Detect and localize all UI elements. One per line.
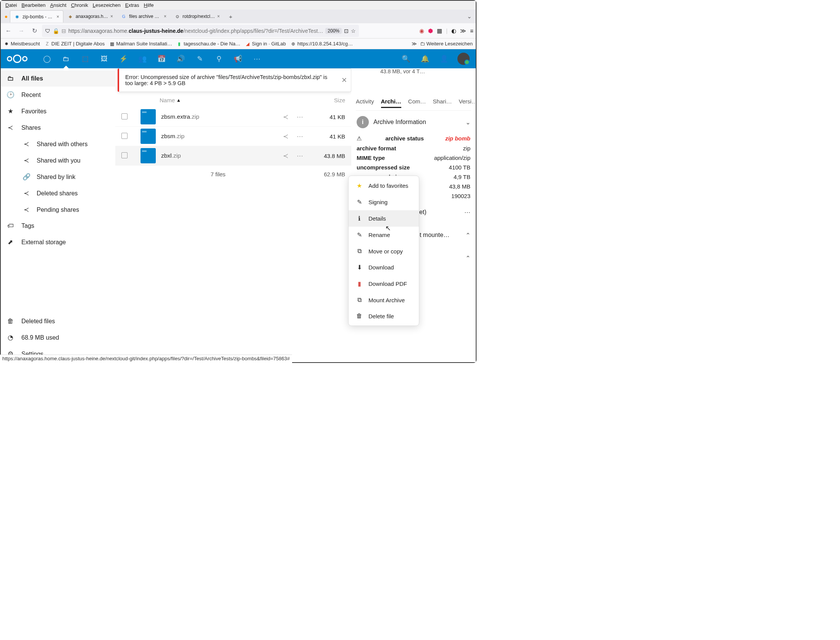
share-icon[interactable]: ≺ bbox=[283, 152, 288, 160]
file-row[interactable]: zbsm.extra.zip≺⋯41 KB bbox=[115, 107, 351, 127]
more-bookmarks[interactable]: ≫ 🗀Weitere Lesezeichen bbox=[412, 41, 473, 47]
app-calendar-icon[interactable]: 📅 bbox=[152, 49, 171, 68]
sidebar-item-recent[interactable]: 🕑Recent bbox=[1, 87, 115, 103]
ctx-download[interactable]: ⬇Download bbox=[349, 259, 419, 276]
tab-2[interactable]: G files archive ne… × bbox=[117, 10, 170, 23]
sidebar-item-deleted-shares[interactable]: ≺Deleted shares bbox=[1, 185, 115, 202]
tab-3[interactable]: ⊙ rotdrop/nextcl… × bbox=[170, 10, 224, 23]
app-maps-icon[interactable]: ⚲ bbox=[209, 49, 228, 68]
bookmark-4[interactable]: ◢Sign in · GitLab bbox=[245, 41, 286, 47]
menu-ansicht[interactable]: Ansicht bbox=[48, 2, 68, 9]
share-icon[interactable]: ≺ bbox=[283, 132, 288, 140]
detail-tab-1[interactable]: Archi… bbox=[381, 96, 401, 108]
sidebar-item-shared-with-others[interactable]: ≺Shared with others bbox=[1, 136, 115, 152]
section-archive-info[interactable]: i Archive Information ⌄ bbox=[356, 111, 471, 134]
url-bar[interactable]: 🛡 🔒 ⊟ https://anaxagoras.home.claus-just… bbox=[42, 25, 359, 37]
ctx-download-pdf[interactable]: ▮Download PDF bbox=[349, 276, 419, 292]
tab-0[interactable]: ◉ zip-bombs - Fil… × bbox=[10, 10, 63, 23]
tab-close-3[interactable]: × bbox=[217, 14, 220, 19]
bookmark-3[interactable]: ▮tagesschau.de - Die Na… bbox=[177, 41, 241, 47]
ctx-details[interactable]: ℹDetails bbox=[349, 210, 419, 227]
ctx-delete-file[interactable]: 🗑Delete file bbox=[349, 308, 419, 324]
file-name[interactable]: zbxl.zip bbox=[161, 152, 261, 159]
sidebar-item-shared-with-you[interactable]: ≺Shared with you bbox=[1, 152, 115, 169]
sidebar-item-tags[interactable]: 🏷Tags bbox=[1, 218, 115, 234]
ctx-mount-archive[interactable]: ⧉Mount Archive bbox=[349, 292, 419, 308]
contacts-menu-icon[interactable]: 👤 bbox=[435, 49, 454, 68]
sidebar-bottom-68.9-mb-used[interactable]: ◔68.9 MB used bbox=[1, 329, 115, 346]
file-row[interactable]: zbxl.zip≺⋯43.8 MB bbox=[115, 146, 351, 166]
app-files-icon[interactable]: 🗀 bbox=[57, 49, 76, 68]
ctx-signing[interactable]: ✎Signing bbox=[349, 194, 419, 210]
notifications-icon[interactable]: 🔔 bbox=[415, 49, 435, 68]
app-announce-icon[interactable]: 📢 bbox=[228, 49, 247, 68]
menu-bearbeiten[interactable]: Bearbeiten bbox=[20, 2, 47, 9]
menu-chronik[interactable]: Chronik bbox=[69, 2, 90, 9]
sidebar-item-all-files[interactable]: 🗀All files bbox=[1, 71, 115, 87]
header-name[interactable]: Name ▴ bbox=[141, 97, 303, 103]
tab-close-2[interactable]: × bbox=[164, 14, 166, 19]
zoom-badge[interactable]: 200% bbox=[325, 28, 342, 34]
row-checkbox[interactable] bbox=[121, 113, 128, 119]
menu-extras[interactable]: Extras bbox=[124, 2, 141, 9]
detail-tab-3[interactable]: Shari… bbox=[433, 96, 452, 108]
ctx-rename[interactable]: ✎Rename bbox=[349, 227, 419, 243]
ext-icon-3[interactable]: ▦ bbox=[437, 27, 442, 34]
menu-datei[interactable]: Datei bbox=[4, 2, 18, 9]
header-size[interactable]: Size bbox=[303, 97, 345, 103]
app-photos-icon[interactable]: 🖼 bbox=[95, 49, 114, 68]
sidebar-item-pending-shares[interactable]: ≺Pending shares bbox=[1, 202, 115, 218]
sidebar-bottom-deleted-files[interactable]: 🗑Deleted files bbox=[1, 313, 115, 329]
detail-tab-4[interactable]: Versi… bbox=[459, 96, 476, 108]
overflow-menu-icon[interactable]: ≫ bbox=[460, 27, 466, 34]
share-icon[interactable]: ≺ bbox=[283, 113, 288, 121]
app-contacts-icon[interactable]: 👥 bbox=[133, 49, 152, 68]
new-tab-button[interactable]: + bbox=[226, 12, 236, 21]
ext-icon-2[interactable]: ⬢ bbox=[428, 27, 433, 34]
app-archive-icon[interactable]: ⬚ bbox=[76, 49, 95, 68]
sidebar-item-shares[interactable]: ≺Shares bbox=[1, 119, 115, 136]
menu-hilfe[interactable]: Hilfe bbox=[142, 2, 155, 9]
app-dashboard-icon[interactable]: ◯ bbox=[37, 49, 57, 68]
file-name[interactable]: zbsm.extra.zip bbox=[161, 113, 261, 120]
row-checkbox[interactable] bbox=[121, 152, 128, 158]
ctx-add-to-favorites[interactable]: ★Add to favorites bbox=[349, 177, 419, 194]
tab-close-1[interactable]: × bbox=[110, 14, 113, 19]
sidebar-item-external-storage[interactable]: ⬈External storage bbox=[1, 234, 115, 250]
bookmark-5[interactable]: ⊕https://10.8.254.143/cg… bbox=[291, 41, 353, 47]
app-notes-icon[interactable]: ✎ bbox=[190, 49, 209, 68]
sidebar-item-favorites[interactable]: ★Favorites bbox=[1, 103, 115, 119]
error-close-icon[interactable]: ✕ bbox=[341, 76, 347, 84]
reader-icon[interactable]: ⊡ bbox=[344, 28, 349, 34]
ctx-move-or-copy[interactable]: ⧉Move or copy bbox=[349, 243, 419, 259]
app-activity-icon[interactable]: ⚡ bbox=[114, 49, 133, 68]
bookmark-1[interactable]: ZDIE ZEIT | Digitale Abos bbox=[45, 41, 105, 47]
row-checkbox[interactable] bbox=[121, 133, 128, 139]
sidebar-item-shared-by-link[interactable]: 🔗Shared by link bbox=[1, 169, 115, 185]
back-button[interactable]: ← bbox=[3, 26, 14, 36]
ext-icon-1[interactable]: ◉ bbox=[419, 27, 424, 34]
tabs-dropdown[interactable]: ⌄ bbox=[465, 11, 474, 22]
detail-tab-2[interactable]: Com… bbox=[408, 96, 426, 108]
hamburger-icon[interactable]: ≡ bbox=[470, 27, 473, 34]
bookmark-2[interactable]: ▦Mailman Suite Installati… bbox=[109, 41, 172, 47]
search-icon[interactable]: 🔍 bbox=[396, 49, 415, 68]
bookmark-star-icon[interactable]: ☆ bbox=[351, 28, 356, 34]
ext-icon-4[interactable]: ◐ bbox=[451, 27, 456, 34]
file-name[interactable]: zbsm.zip bbox=[161, 133, 261, 140]
app-more-icon[interactable]: ⋯ bbox=[247, 49, 267, 68]
app-audio-icon[interactable]: 🔊 bbox=[171, 49, 190, 68]
tab-1[interactable]: ◆ anaxagoras.ho… × bbox=[63, 10, 117, 23]
tab-close-0[interactable]: × bbox=[57, 14, 59, 19]
detail-tab-0[interactable]: Activity bbox=[356, 96, 374, 108]
nextcloud-logo[interactable] bbox=[7, 55, 27, 63]
file-row[interactable]: zbsm.zip≺⋯41 KB bbox=[115, 127, 351, 146]
more-icon[interactable]: ⋯ bbox=[297, 132, 303, 140]
more-icon[interactable]: ⋯ bbox=[297, 113, 303, 121]
user-avatar[interactable] bbox=[457, 53, 470, 65]
forward-button[interactable]: → bbox=[16, 26, 27, 36]
more-icon[interactable]: ⋯ bbox=[297, 152, 303, 160]
menu-lesezeichen[interactable]: Lesezeichen bbox=[91, 2, 122, 9]
reload-button[interactable]: ↻ bbox=[29, 26, 40, 36]
bookmark-0[interactable]: ✸Meistbesucht bbox=[4, 41, 40, 47]
